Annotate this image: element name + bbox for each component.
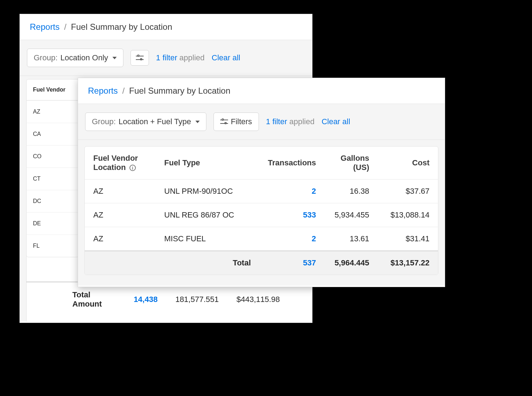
sliders-icon [220, 119, 228, 125]
cell-cost: $13,088.14 [378, 203, 438, 227]
caret-down-icon [195, 121, 200, 123]
table-row: AZ MISC FUEL 2 13.61 $31.41 [85, 227, 438, 251]
sliders-icon [136, 55, 144, 61]
list-item[interactable]: CO [27, 145, 78, 167]
cell-gallons: 5,934.455 [325, 203, 378, 227]
table-row: AZ UNL REG 86/87 OC 533 5,934.455 $13,08… [85, 203, 438, 227]
table-row: AZ UNL PRM-90/91OC 2 16.38 $37.67 [85, 180, 438, 203]
breadcrumb-current: Fuel Summary by Location [71, 22, 172, 32]
cell-location: AZ [85, 203, 156, 227]
cell-transactions[interactable]: 2 [259, 227, 325, 251]
fuel-summary-table: Fuel Vendor Location i Fuel Type Transac… [84, 146, 438, 275]
list-item[interactable]: FL [27, 235, 78, 257]
location-list-header: Fuel Vendor [27, 79, 78, 100]
total-transactions[interactable]: 537 [259, 251, 325, 275]
col-location[interactable]: Fuel Vendor Location i [85, 147, 156, 180]
total-gallons: 5,964.445 [325, 251, 378, 275]
cell-cost: $31.41 [378, 227, 438, 251]
group-value: Location Only [60, 53, 108, 62]
cell-gallons: 13.61 [325, 227, 378, 251]
total-gallons: 181,577.551 [175, 295, 218, 304]
cell-fuel-type: UNL REG 86/87 OC [156, 203, 259, 227]
filter-status: 1 filter applied [266, 117, 315, 126]
table-total-row: Total 537 5,964.445 $13,157.22 [85, 251, 438, 275]
total-amount-label: Total Amount [72, 290, 102, 309]
info-icon[interactable]: i [129, 165, 136, 171]
cell-cost: $37.67 [378, 180, 438, 203]
col-fuel-type[interactable]: Fuel Type [156, 147, 259, 180]
filter-count: 1 filter [266, 117, 287, 126]
breadcrumb-reports-link[interactable]: Reports [88, 86, 118, 95]
breadcrumb-current: Fuel Summary by Location [129, 86, 230, 95]
group-dropdown[interactable]: Group: Location Only [27, 49, 123, 67]
cell-fuel-type: MISC FUEL [156, 227, 259, 251]
filter-count: 1 filter [156, 53, 177, 62]
filter-status: 1 filter applied [156, 53, 205, 62]
cell-gallons: 16.38 [325, 180, 378, 203]
col-transactions[interactable]: Transactions [259, 147, 325, 180]
cell-fuel-type: UNL PRM-90/91OC [156, 180, 259, 203]
cell-transactions[interactable]: 533 [259, 203, 325, 227]
location-list: Fuel Vendor AZ CA CO CT DC DE FL [26, 79, 79, 257]
filter-applied-label: applied [179, 53, 205, 62]
breadcrumb-separator: / [122, 86, 125, 95]
total-cost: $443,115.98 [237, 295, 280, 304]
list-item[interactable]: DE [27, 212, 78, 235]
list-item[interactable]: CA [27, 123, 78, 145]
filters-button-label: Filters [231, 117, 252, 126]
group-prefix: Group: [92, 117, 116, 126]
col-cost[interactable]: Cost [378, 147, 438, 180]
group-prefix: Group: [34, 53, 57, 62]
breadcrumb: Reports / Fuel Summary by Location [78, 78, 445, 104]
clear-all-link[interactable]: Clear all [212, 53, 240, 62]
group-dropdown[interactable]: Group: Location + Fuel Type [85, 112, 206, 131]
total-cost: $13,157.22 [378, 251, 438, 275]
total-label: Total [156, 251, 259, 275]
breadcrumb-reports-link[interactable]: Reports [30, 22, 60, 32]
list-item[interactable]: DC [27, 190, 78, 212]
cell-transactions[interactable]: 2 [259, 180, 325, 203]
toolbar: Group: Location Only 1 filter applied Cl… [20, 40, 312, 76]
col-gallons[interactable]: Gallons (US) [325, 147, 378, 180]
list-item[interactable]: CT [27, 167, 78, 190]
table-header-row: Fuel Vendor Location i Fuel Type Transac… [85, 147, 438, 180]
filters-icon-button[interactable] [131, 50, 149, 66]
clear-all-link[interactable]: Clear all [322, 117, 350, 126]
toolbar: Group: Location + Fuel Type Filters 1 fi… [78, 104, 445, 140]
total-transactions[interactable]: 14,438 [134, 295, 157, 304]
filter-applied-label: applied [289, 117, 315, 126]
cell-location: AZ [85, 180, 156, 203]
cell-location: AZ [85, 227, 156, 251]
group-value: Location + Fuel Type [118, 117, 191, 126]
filters-button[interactable]: Filters [214, 112, 259, 131]
caret-down-icon [112, 57, 117, 59]
breadcrumb: Reports / Fuel Summary by Location [20, 14, 312, 40]
panel-location-fueltype: Reports / Fuel Summary by Location Group… [78, 78, 445, 287]
breadcrumb-separator: / [64, 22, 67, 32]
list-item[interactable]: AZ [27, 100, 78, 123]
